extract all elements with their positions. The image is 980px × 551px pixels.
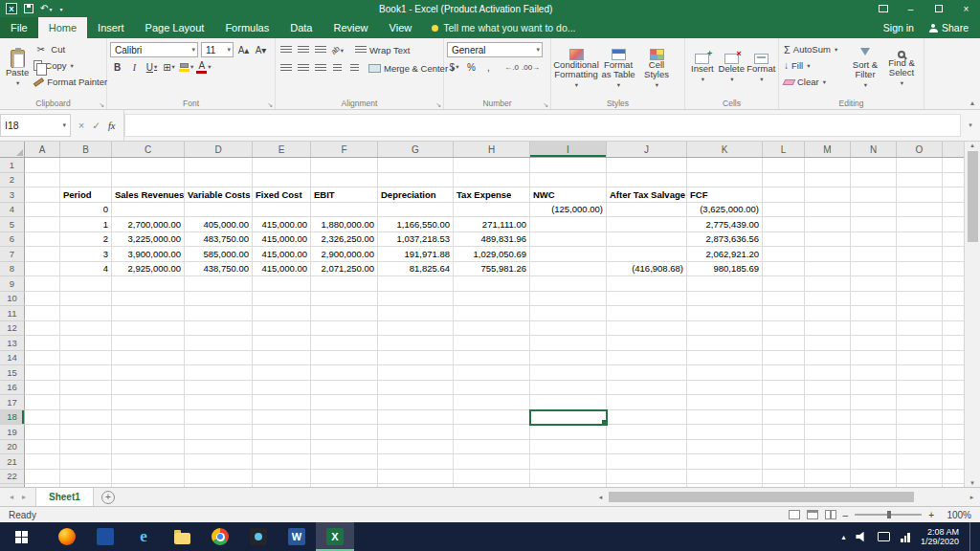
- cell-H21[interactable]: [454, 454, 530, 470]
- undo-button[interactable]: ↶: [40, 4, 52, 14]
- cell-J17[interactable]: [607, 395, 687, 410]
- column-header-C[interactable]: C: [112, 142, 185, 157]
- cell-B5[interactable]: 1: [60, 217, 112, 232]
- cell-F8[interactable]: 2,071,250.00: [311, 262, 378, 277]
- cell-A19[interactable]: [25, 425, 60, 440]
- cell-F7[interactable]: 2,900,000.00: [311, 247, 378, 262]
- cell-J8[interactable]: (416,908.68): [607, 262, 687, 277]
- cell-N6[interactable]: [851, 232, 897, 248]
- cell-M7[interactable]: [805, 247, 851, 262]
- cell-M17[interactable]: [805, 395, 851, 410]
- cell-I14[interactable]: [530, 351, 607, 366]
- cell-K19[interactable]: [687, 425, 763, 440]
- cell-A18[interactable]: [25, 410, 60, 426]
- cell-L19[interactable]: [763, 425, 805, 440]
- zoom-slider[interactable]: [855, 514, 922, 516]
- cell-styles-button[interactable]: Cell Styles: [638, 41, 675, 97]
- cell-D15[interactable]: [185, 365, 253, 381]
- cell-L10[interactable]: [763, 292, 805, 307]
- cell-D1[interactable]: [185, 158, 253, 173]
- cell-E19[interactable]: [253, 425, 311, 440]
- cell-O8[interactable]: [897, 262, 943, 277]
- cell-A21[interactable]: [25, 454, 60, 470]
- scroll-left-icon[interactable]: ◂: [592, 494, 609, 501]
- cell-B12[interactable]: [60, 321, 112, 337]
- cell-M15[interactable]: [805, 365, 851, 381]
- cell-G1[interactable]: [378, 158, 454, 173]
- cell-G11[interactable]: [378, 306, 454, 321]
- row-header-11[interactable]: 11: [0, 306, 25, 321]
- share-button[interactable]: Share: [929, 22, 969, 33]
- cell-L4[interactable]: [763, 203, 805, 218]
- enter-button[interactable]: ✓: [92, 120, 100, 131]
- cell-H12[interactable]: [454, 321, 530, 337]
- cell-I8[interactable]: [530, 262, 607, 277]
- cell-D9[interactable]: [185, 276, 253, 292]
- page-break-preview-button[interactable]: [825, 510, 836, 519]
- cell-F11[interactable]: [311, 306, 378, 321]
- cell-N7[interactable]: [851, 247, 897, 262]
- cell-E10[interactable]: [253, 292, 311, 307]
- cell-E2[interactable]: [253, 173, 311, 188]
- cell-A11[interactable]: [25, 306, 60, 321]
- cell-J11[interactable]: [607, 306, 687, 321]
- zoom-out-button[interactable]: –: [843, 510, 849, 520]
- cell-A2[interactable]: [25, 173, 60, 188]
- row-header-5[interactable]: 5: [0, 217, 25, 232]
- cell-E22[interactable]: [253, 470, 311, 485]
- cell-D14[interactable]: [185, 351, 253, 366]
- cell-C16[interactable]: [112, 381, 185, 396]
- cell-B16[interactable]: [60, 381, 112, 396]
- decrease-indent-button[interactable]: [330, 61, 345, 77]
- align-right-button[interactable]: [313, 61, 327, 77]
- cell-J1[interactable]: [607, 158, 687, 173]
- cell-D12[interactable]: [185, 321, 253, 337]
- font-color-button[interactable]: A: [196, 59, 211, 75]
- cell-D19[interactable]: [185, 425, 253, 440]
- taskbar-word-button[interactable]: W: [278, 522, 316, 551]
- delete-cells-button[interactable]: Delete: [717, 41, 746, 97]
- cell-E9[interactable]: [253, 276, 311, 292]
- cell-L14[interactable]: [763, 351, 805, 366]
- cell-G14[interactable]: [378, 351, 454, 366]
- cell-L15[interactable]: [763, 365, 805, 381]
- horizontal-scrollbar[interactable]: ◂ ▸: [592, 488, 980, 506]
- clear-button[interactable]: Clear: [782, 74, 847, 90]
- cell-L12[interactable]: [763, 321, 805, 337]
- formula-input[interactable]: [124, 114, 961, 137]
- tell-me-box[interactable]: Tell me what you want to do...: [432, 17, 575, 38]
- column-header-F[interactable]: F: [311, 142, 378, 157]
- cell-H14[interactable]: [454, 351, 530, 366]
- cell-K8[interactable]: 980,185.69: [687, 262, 763, 277]
- orientation-button[interactable]: ab: [330, 43, 345, 58]
- cell-E7[interactable]: 415,000.00: [253, 247, 311, 262]
- tray-expand-icon[interactable]: ▴: [841, 533, 845, 541]
- cell-N15[interactable]: [851, 365, 897, 381]
- cell-C15[interactable]: [112, 365, 185, 381]
- cell-C12[interactable]: [112, 321, 185, 337]
- cell-B15[interactable]: [60, 365, 112, 381]
- cell-L16[interactable]: [763, 381, 805, 396]
- align-middle-button[interactable]: [296, 43, 310, 58]
- cell-F22[interactable]: [311, 470, 378, 485]
- cell-I7[interactable]: [530, 247, 607, 262]
- cell-I3[interactable]: NWC: [530, 187, 607, 203]
- cell-L1[interactable]: [763, 158, 805, 173]
- cell-A12[interactable]: [25, 321, 60, 337]
- cell-G13[interactable]: [378, 336, 454, 351]
- cell-E3[interactable]: Fixed Cost: [253, 187, 311, 203]
- cell-G8[interactable]: 81,825.64: [378, 262, 454, 277]
- column-header-B[interactable]: B: [60, 142, 112, 157]
- cell-M14[interactable]: [805, 351, 851, 366]
- tab-review[interactable]: Review: [323, 17, 378, 38]
- normal-view-button[interactable]: [789, 510, 800, 519]
- grow-font-button[interactable]: A▴: [236, 42, 251, 57]
- cell-B7[interactable]: 3: [60, 247, 112, 262]
- cell-A5[interactable]: [25, 217, 60, 232]
- align-bottom-button[interactable]: [313, 43, 327, 58]
- cell-A3[interactable]: [25, 187, 60, 203]
- tab-view[interactable]: View: [379, 17, 423, 38]
- cell-L20[interactable]: [763, 440, 805, 455]
- conditional-formatting-button[interactable]: Conditional Formatting: [554, 41, 598, 97]
- cell-I19[interactable]: [530, 425, 607, 440]
